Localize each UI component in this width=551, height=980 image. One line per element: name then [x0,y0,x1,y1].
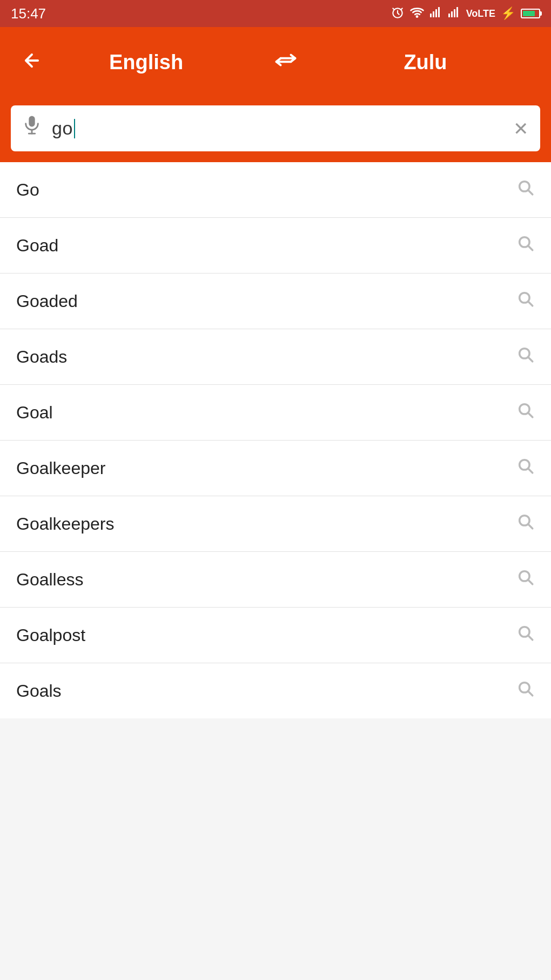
suggestion-item[interactable]: Goad [0,218,551,274]
charging-icon: ⚡ [501,6,515,21]
suggestion-text: Goalpost [16,625,85,645]
suggestion-item[interactable]: Goaded [0,274,551,329]
search-icon [516,401,535,424]
suggestion-item[interactable]: Go [0,162,551,218]
svg-line-18 [528,302,533,306]
bottom-safe-area [0,718,551,772]
search-icon [516,457,535,479]
suggestion-text: Go [16,180,39,200]
search-box: go ✕ [11,105,540,151]
svg-rect-7 [451,11,453,17]
suggestion-text: Goal [16,403,53,423]
suggestion-text: Goad [16,236,58,256]
search-icon [516,290,535,312]
svg-line-32 [528,691,533,696]
search-icon [516,679,535,702]
suggestion-item[interactable]: Goalkeepers [0,496,551,552]
search-icon [516,624,535,646]
clear-button[interactable]: ✕ [513,118,528,139]
suggestion-text: Goalkeepers [16,514,114,534]
suggestion-text: Goals [16,681,62,701]
search-text: go [52,118,73,139]
search-container: go ✕ [0,97,551,162]
svg-line-16 [528,246,533,250]
svg-line-26 [528,524,533,529]
microphone-icon[interactable] [23,115,41,142]
suggestion-item[interactable]: Goal [0,385,551,441]
suggestion-item[interactable]: Goalless [0,552,551,608]
svg-line-30 [528,636,533,640]
alarm-icon [391,5,405,22]
svg-point-1 [416,16,418,17]
signal-icon-2 [448,6,461,22]
status-time: 15:47 [11,5,46,22]
swap-languages-button[interactable] [266,44,305,81]
svg-line-20 [528,357,533,362]
suggestions-list: Go Goad Goaded Goads Goal Goalkeeper Goa… [0,162,551,718]
toolbar: English Zulu [0,27,551,97]
suggestion-item[interactable]: Goalpost [0,608,551,663]
svg-line-28 [528,580,533,584]
suggestion-text: Goalless [16,570,84,590]
suggestion-text: Goads [16,347,67,367]
search-icon [516,234,535,257]
svg-rect-4 [435,9,437,17]
svg-rect-5 [438,7,440,17]
battery-icon [521,9,540,18]
svg-rect-10 [29,116,35,127]
svg-line-24 [528,469,533,473]
svg-line-22 [528,413,533,417]
svg-rect-8 [454,9,455,17]
suggestion-item[interactable]: Goals [0,663,551,718]
suggestion-text: Goalkeeper [16,458,105,478]
volte-label: VoLTE [466,8,495,19]
suggestion-text: Goaded [16,291,78,311]
svg-rect-9 [456,7,458,17]
svg-rect-2 [430,14,432,17]
suggestion-item[interactable]: Goads [0,329,551,385]
signal-icon-1 [429,6,442,22]
wifi-icon [410,5,424,22]
search-icon [516,345,535,368]
status-bar: 15:47 [0,0,551,27]
text-cursor [74,119,75,138]
search-input[interactable]: go [52,118,502,139]
svg-line-14 [528,190,533,195]
suggestion-item[interactable]: Goalkeeper [0,441,551,496]
search-icon [516,178,535,201]
svg-rect-6 [448,14,450,17]
search-icon [516,512,535,535]
source-language: English [37,51,256,74]
svg-rect-3 [433,11,434,17]
target-language: Zulu [316,51,535,74]
status-icons: VoLTE ⚡ [391,5,540,22]
search-icon [516,568,535,591]
